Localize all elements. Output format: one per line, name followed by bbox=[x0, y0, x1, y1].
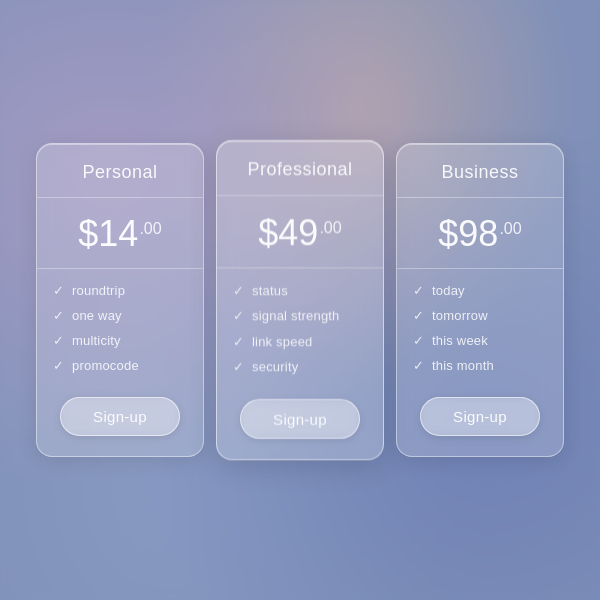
card-price-personal: $14.00 bbox=[37, 198, 203, 269]
feature-label: link speed bbox=[252, 334, 313, 349]
list-item: ✓status bbox=[233, 283, 367, 298]
card-features-professional: ✓status✓signal strength✓link speed✓secur… bbox=[217, 268, 383, 390]
card-header-business: Business bbox=[397, 144, 563, 198]
card-title-business: Business bbox=[397, 162, 563, 183]
checkmark-icon: ✓ bbox=[413, 283, 424, 298]
list-item: ✓this week bbox=[413, 333, 547, 348]
checkmark-icon: ✓ bbox=[53, 283, 64, 298]
feature-label: security bbox=[252, 359, 298, 374]
card-title-personal: Personal bbox=[37, 162, 203, 183]
price-cents-professional: .00 bbox=[319, 218, 341, 236]
feature-label: signal strength bbox=[252, 308, 340, 323]
feature-label: multicity bbox=[72, 333, 121, 348]
list-item: ✓tomorrow bbox=[413, 308, 547, 323]
checkmark-icon: ✓ bbox=[53, 333, 64, 348]
list-item: ✓one way bbox=[53, 308, 187, 323]
price-cents-business: .00 bbox=[499, 220, 521, 238]
feature-label: this month bbox=[432, 358, 494, 373]
list-item: ✓this month bbox=[413, 358, 547, 373]
checkmark-icon: ✓ bbox=[53, 308, 64, 323]
signup-button-personal[interactable]: Sign-up bbox=[60, 397, 180, 436]
pricing-cards-container: Personal$14.00✓roundtrip✓one way✓multici… bbox=[16, 123, 584, 477]
checkmark-icon: ✓ bbox=[233, 359, 244, 374]
feature-label: one way bbox=[72, 308, 122, 323]
feature-label: tomorrow bbox=[432, 308, 488, 323]
checkmark-icon: ✓ bbox=[53, 358, 64, 373]
feature-label: today bbox=[432, 283, 465, 298]
price-whole-business: $98 bbox=[438, 216, 498, 252]
price-whole-professional: $49 bbox=[258, 214, 318, 251]
card-title-professional: Professional bbox=[217, 159, 383, 180]
checkmark-icon: ✓ bbox=[413, 333, 424, 348]
list-item: ✓today bbox=[413, 283, 547, 298]
card-header-personal: Personal bbox=[37, 144, 203, 198]
card-header-professional: Professional bbox=[217, 141, 383, 196]
feature-label: this week bbox=[432, 333, 488, 348]
card-features-personal: ✓roundtrip✓one way✓multicity✓promocode bbox=[37, 269, 203, 389]
checkmark-icon: ✓ bbox=[233, 283, 244, 298]
card-features-business: ✓today✓tomorrow✓this week✓this month bbox=[397, 269, 563, 389]
card-business: Business$98.00✓today✓tomorrow✓this week✓… bbox=[396, 143, 564, 457]
feature-label: roundtrip bbox=[72, 283, 125, 298]
checkmark-icon: ✓ bbox=[413, 358, 424, 373]
card-professional: Professional$49.00✓status✓signal strengt… bbox=[216, 140, 384, 460]
list-item: ✓security bbox=[233, 359, 367, 374]
list-item: ✓promocode bbox=[53, 358, 187, 373]
list-item: ✓multicity bbox=[53, 333, 187, 348]
checkmark-icon: ✓ bbox=[233, 334, 244, 349]
price-whole-personal: $14 bbox=[78, 216, 138, 252]
card-personal: Personal$14.00✓roundtrip✓one way✓multici… bbox=[36, 143, 204, 457]
list-item: ✓roundtrip bbox=[53, 283, 187, 298]
feature-label: status bbox=[252, 283, 288, 298]
signup-button-professional[interactable]: Sign-up bbox=[240, 399, 360, 439]
card-price-professional: $49.00 bbox=[217, 196, 383, 268]
card-price-business: $98.00 bbox=[397, 198, 563, 269]
list-item: ✓signal strength bbox=[233, 308, 367, 323]
price-cents-personal: .00 bbox=[139, 220, 161, 238]
checkmark-icon: ✓ bbox=[413, 308, 424, 323]
checkmark-icon: ✓ bbox=[233, 308, 244, 323]
list-item: ✓link speed bbox=[233, 334, 367, 349]
feature-label: promocode bbox=[72, 358, 139, 373]
signup-button-business[interactable]: Sign-up bbox=[420, 397, 540, 436]
